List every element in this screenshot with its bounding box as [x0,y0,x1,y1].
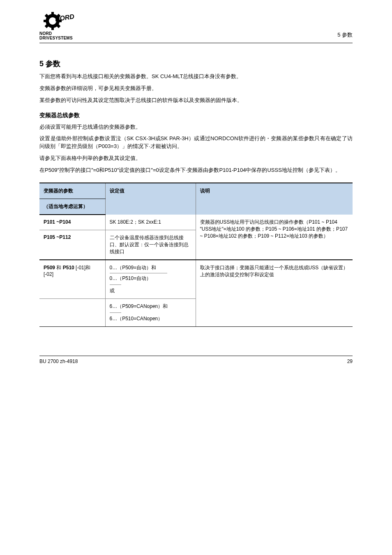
param-setting: 0…（P509=自动）和 0…（P510=自动） 或 [105,260,196,299]
table-header-param-bottom: （适当地考虑运算） [39,199,105,215]
table-header-setting: 设定值 [105,183,196,215]
cell-small-divider [110,312,121,313]
brand-text: NORD DRIVESYSTEMS [39,31,79,40]
param-desc: 取决于接口选择；变频器只能通过一个系统总线或USS（缺省设置）上的激活协议提交控… [196,260,353,327]
svg-rect-3 [44,20,47,22]
footer-doc-id: BU 2700 zh-4918 [39,358,78,364]
section-bus-p3: 请参见下面表格中列举的参数及其设定值。 [39,155,353,162]
param-desc: 变频器的USS地址用于访问总线接口的操作参数（P101 ~ P104 ″USS地… [196,215,353,260]
intro-paragraph-3: 某些参数的可访问性及其设定范围取决于总线接口的软件版本以及变频器的固件版本。 [39,97,353,104]
page-title: 5 参数 [39,59,353,69]
section-bus-p1: 必须设置可能用于总线通信的变频器参数。 [39,123,353,131]
param-code: P101 ~P104 [44,219,71,225]
header-section-label: 5 参数 [337,31,353,40]
param-code: P509 和 P510 [-01]和 [-02] [39,260,105,299]
svg-text:NORD: NORD [55,13,75,22]
intro-paragraph-2: 变频器参数的详细说明，可参见相关变频器手册。 [39,85,353,92]
intro-paragraph-1: 下面您将看到与本总线接口相关的变频器参数。SK CU4-MLT总线接口本身没有参… [39,73,353,81]
param-setting: 二个设备温度传感器连接到总线接口、默认设置：仅一个设备连接到总线接口 [105,230,196,260]
table-header-desc: 说明 [196,183,353,215]
svg-rect-1 [51,12,54,15]
param-code [39,298,105,326]
table-row: P101 ~P104 SK 180E:2；SK 2xxE:1 变频器的USS地址… [39,215,353,230]
footer-page-number: 29 [347,358,353,364]
param-setting: 6…（P509=CANopen）和 6…（P510=CANopen） [105,298,196,326]
cell-divider [110,273,167,273]
param-code: P105 ~P112 [44,234,71,240]
section-bus-p4: 在P509″控制字的接口″=0和P510″设定值的接口″=0设定条件下·变频器由… [39,166,353,174]
section-bus-title: 变频器总线参数 [39,112,353,119]
table-header-param-top: 变频器的参数 [39,183,105,199]
brand-logo: NORD NORD DRIVESYSTEMS [39,12,79,40]
param-setting: SK 180E:2；SK 2xxE:1 [105,215,196,230]
svg-rect-2 [51,27,54,30]
parameters-table: 变频器的参数 设定值 说明 （适当地考虑运算） P101 ~P104 SK 18… [39,183,353,327]
section-bus-p2: 设置是借助外部控制或参数设置泣（SK CSX-3H或SK PAR-3H）或通过N… [39,135,353,150]
table-row: P509 和 P510 [-01]和 [-02] 0…（P509=自动）和 0…… [39,260,353,299]
gear-icon: NORD [43,11,76,31]
cell-small-divider [110,284,121,285]
